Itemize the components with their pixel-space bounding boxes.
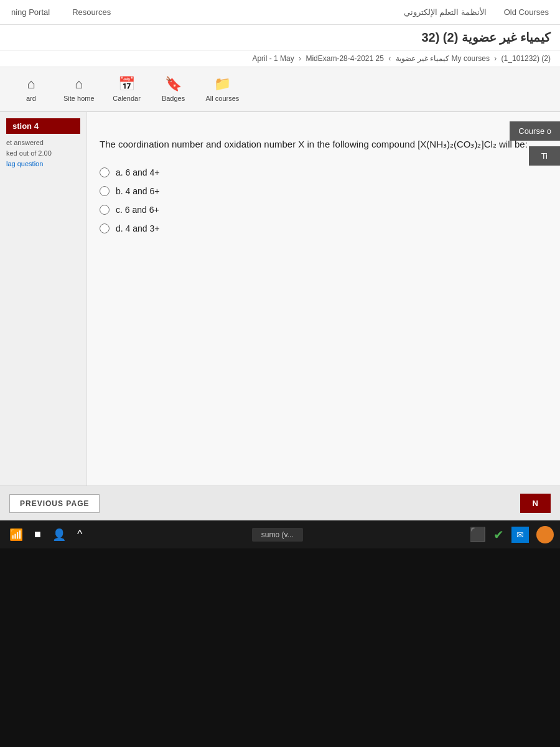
nav-icons-row: ⌂ ard ⌂ Site home 📅 Calendar 🔖 Badges 📁 … bbox=[0, 67, 560, 112]
option-b-letter: b. bbox=[116, 186, 123, 196]
dashboard-icon: ⌂ bbox=[27, 76, 35, 92]
nav-resources[interactable]: Resources bbox=[67, 7, 116, 17]
option-b-label[interactable]: b. 4 and 6+ bbox=[116, 186, 159, 196]
dashboard-label: ard bbox=[26, 95, 36, 102]
taskbar-wifi-icon[interactable]: 📶 bbox=[6, 526, 26, 543]
option-d: d. 4 and 3+ bbox=[100, 223, 541, 233]
all-courses-label: All courses bbox=[206, 95, 240, 102]
taskbar-center: sumo (v... bbox=[90, 528, 464, 542]
title-bar: كيمياء غير عضوية (2) (32 bbox=[0, 25, 560, 50]
option-a-value: 6 and 4+ bbox=[126, 167, 160, 177]
option-a-letter: a. bbox=[116, 167, 123, 177]
not-answered-label: et answered bbox=[6, 139, 80, 146]
flag-question-button[interactable]: lag question bbox=[6, 160, 80, 167]
question-text: The coordination number and oxidation nu… bbox=[100, 137, 541, 152]
option-a: a. 6 and 4+ bbox=[100, 167, 541, 177]
page-title: كيمياء غير عضوية (2) (32 bbox=[9, 30, 551, 45]
taskbar-user-avatar[interactable] bbox=[536, 526, 554, 543]
option-b-value: 4 and 6+ bbox=[126, 186, 160, 196]
option-c-value: 6 and 6+ bbox=[125, 205, 159, 215]
site-home-icon: ⌂ bbox=[75, 76, 83, 92]
nav-calendar-button[interactable]: 📅 Calendar bbox=[105, 72, 149, 106]
badges-label: Badges bbox=[162, 95, 185, 102]
timer-button[interactable]: Ti bbox=[529, 146, 560, 166]
previous-page-button[interactable]: PREVIOUS PAGE bbox=[9, 494, 100, 513]
option-c-label[interactable]: c. 6 and 6+ bbox=[116, 205, 159, 215]
option-d-radio[interactable] bbox=[100, 223, 110, 233]
option-c-radio[interactable] bbox=[100, 205, 110, 215]
course-overview-button[interactable]: Course o bbox=[510, 121, 560, 141]
site-home-label: Site home bbox=[63, 95, 95, 102]
breadcrumb-exam[interactable]: MidExam-28-4-2021 bbox=[306, 54, 373, 63]
nav-arabic-lms[interactable]: الأنظمة التعلم الإلكتروني bbox=[404, 7, 487, 17]
taskbar-caret-icon[interactable]: ^ bbox=[74, 526, 85, 543]
nav-badges-button[interactable]: 🔖 Badges bbox=[152, 72, 195, 106]
question-panel: Course o Ti The coordination number and … bbox=[87, 112, 560, 486]
question-number: stion 4 bbox=[6, 118, 80, 134]
top-navigation: ning Portal Resources الأنظمة التعلم الإ… bbox=[0, 0, 560, 25]
bottom-navigation: PREVIOUS PAGE N bbox=[0, 486, 560, 520]
calendar-icon: 📅 bbox=[118, 76, 135, 92]
points-label: ked out of 2.00 bbox=[6, 149, 80, 157]
nav-portal[interactable]: ning Portal bbox=[6, 7, 55, 17]
all-courses-icon: 📁 bbox=[214, 76, 231, 92]
calendar-label: Calendar bbox=[113, 95, 141, 102]
option-a-radio[interactable] bbox=[100, 167, 110, 177]
answer-options-list: a. 6 and 4+ b. 4 and 6+ c. 6 and 6+ bbox=[100, 167, 541, 233]
main-content: stion 4 et answered ked out of 2.00 lag … bbox=[0, 112, 560, 486]
option-d-label[interactable]: d. 4 and 3+ bbox=[116, 223, 159, 233]
taskbar-check-icon[interactable]: ✔ bbox=[493, 527, 504, 542]
breadcrumb: My courses › (1_101232) (2) كيمياء غير ع… bbox=[0, 50, 560, 67]
option-c: c. 6 and 6+ bbox=[100, 205, 541, 215]
option-b: b. 4 and 6+ bbox=[100, 186, 541, 196]
black-area: 🔊 ▶ 10:... bbox=[0, 548, 560, 747]
nav-dashboard-button[interactable]: ⌂ ard bbox=[9, 72, 53, 106]
taskbar-right: ⬛ ✔ ✉ bbox=[469, 526, 554, 543]
next-button[interactable]: N bbox=[520, 494, 551, 513]
option-b-radio[interactable] bbox=[100, 186, 110, 196]
taskbar-word-icon[interactable]: ⬛ bbox=[469, 527, 486, 543]
taskbar-center-app[interactable]: sumo (v... bbox=[252, 528, 303, 542]
taskbar-person-icon[interactable]: 👤 bbox=[49, 526, 69, 543]
option-d-letter: d. bbox=[116, 223, 123, 233]
option-c-letter: c. bbox=[116, 205, 123, 215]
option-d-value: 4 and 3+ bbox=[126, 223, 160, 233]
taskbar-mail-icon[interactable]: ✉ bbox=[511, 527, 529, 543]
question-sidebar: stion 4 et answered ked out of 2.00 lag … bbox=[0, 112, 87, 486]
badges-icon: 🔖 bbox=[165, 76, 182, 92]
breadcrumb-my-courses[interactable]: My courses bbox=[452, 54, 490, 63]
nav-all-courses-button[interactable]: 📁 All courses bbox=[198, 72, 247, 106]
nav-site-home-button[interactable]: ⌂ Site home bbox=[56, 72, 102, 106]
option-a-label[interactable]: a. 6 and 4+ bbox=[116, 167, 159, 177]
nav-old-courses[interactable]: Old Courses bbox=[499, 7, 554, 17]
taskbar: 📶 ■ 👤 ^ sumo (v... ⬛ ✔ ✉ bbox=[0, 520, 560, 548]
taskbar-file-icon[interactable]: ■ bbox=[31, 526, 44, 543]
